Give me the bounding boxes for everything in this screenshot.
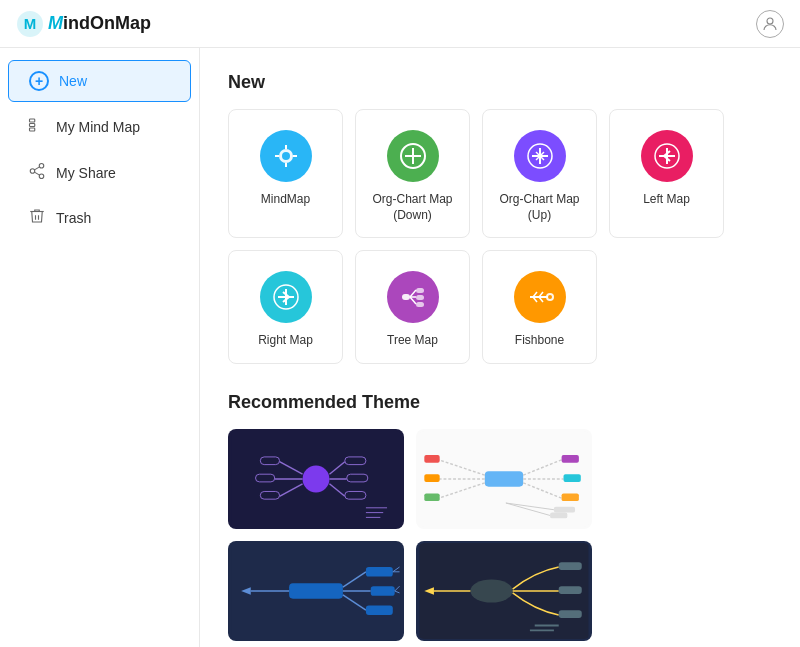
svg-rect-97 bbox=[559, 610, 582, 618]
svg-rect-78 bbox=[554, 507, 575, 513]
fishbone-icon bbox=[525, 282, 555, 312]
svg-rect-31 bbox=[402, 294, 410, 300]
trash-icon bbox=[28, 207, 46, 228]
svg-rect-88 bbox=[366, 605, 393, 615]
logo-text: MindOnMap bbox=[48, 13, 151, 34]
map-card-tree-map[interactable]: Tree Map bbox=[355, 250, 470, 364]
map-card-org-chart-up[interactable]: Org-Chart Map (Up) bbox=[482, 109, 597, 238]
sidebar-item-new[interactable]: + New bbox=[8, 60, 191, 102]
svg-rect-75 bbox=[562, 493, 579, 501]
map-card-left-map[interactable]: Left Map bbox=[609, 109, 724, 238]
right-map-label: Right Map bbox=[258, 333, 313, 349]
theme-card-1[interactable] bbox=[228, 429, 404, 529]
sidebar-my-mind-map-label: My Mind Map bbox=[56, 119, 140, 135]
theme-2-preview bbox=[418, 431, 590, 527]
org-chart-down-icon bbox=[398, 141, 428, 171]
sidebar-trash-label: Trash bbox=[56, 210, 91, 226]
sidebar: + New My Mind Map My Share Trash bbox=[0, 48, 200, 647]
new-icon: + bbox=[29, 71, 49, 91]
sidebar-my-share-label: My Share bbox=[56, 165, 116, 181]
org-chart-down-label: Org-Chart Map (Down) bbox=[366, 192, 459, 223]
svg-point-46 bbox=[303, 465, 330, 492]
svg-line-37 bbox=[410, 297, 416, 304]
tree-map-icon bbox=[398, 282, 428, 312]
svg-point-7 bbox=[30, 169, 35, 174]
my-share-icon bbox=[28, 162, 46, 183]
svg-rect-34 bbox=[416, 302, 424, 307]
svg-rect-74 bbox=[564, 474, 581, 482]
theme-4-preview bbox=[418, 543, 590, 639]
map-card-mindmap[interactable]: MindMap bbox=[228, 109, 343, 238]
theme-1-preview bbox=[230, 431, 402, 527]
map-card-org-chart-down[interactable]: Org-Chart Map (Down) bbox=[355, 109, 470, 238]
svg-point-8 bbox=[39, 174, 44, 179]
main-layout: + New My Mind Map My Share Trash New bbox=[0, 48, 800, 647]
svg-line-35 bbox=[410, 290, 416, 297]
svg-rect-67 bbox=[424, 455, 439, 463]
svg-rect-32 bbox=[416, 288, 424, 293]
svg-line-9 bbox=[34, 172, 39, 175]
svg-rect-95 bbox=[559, 562, 582, 570]
sidebar-new-label: New bbox=[59, 73, 87, 89]
svg-rect-96 bbox=[559, 586, 582, 594]
logo-icon: M bbox=[16, 10, 44, 38]
mindmap-icon bbox=[271, 141, 301, 171]
header: M MindOnMap bbox=[0, 0, 800, 48]
svg-rect-81 bbox=[289, 583, 343, 598]
theme-grid bbox=[228, 429, 772, 647]
org-chart-up-icon-bg bbox=[514, 130, 566, 182]
sidebar-item-trash[interactable]: Trash bbox=[8, 197, 191, 238]
svg-rect-79 bbox=[550, 512, 567, 518]
theme-card-2[interactable] bbox=[416, 429, 592, 529]
right-map-icon bbox=[271, 282, 301, 312]
user-icon bbox=[761, 15, 779, 33]
svg-point-94 bbox=[470, 579, 512, 602]
org-chart-up-label: Org-Chart Map (Up) bbox=[493, 192, 586, 223]
left-map-label: Left Map bbox=[643, 192, 690, 208]
mindmap-label: MindMap bbox=[261, 192, 310, 208]
right-map-icon-bg bbox=[260, 271, 312, 323]
svg-rect-73 bbox=[562, 455, 579, 463]
svg-rect-68 bbox=[424, 474, 439, 482]
svg-point-12 bbox=[282, 152, 290, 160]
svg-rect-86 bbox=[366, 567, 393, 577]
theme-section-title: Recommended Theme bbox=[228, 392, 772, 413]
svg-rect-69 bbox=[424, 493, 439, 501]
user-avatar-button[interactable] bbox=[756, 10, 784, 38]
left-map-icon bbox=[652, 141, 682, 171]
theme-3-preview bbox=[230, 543, 402, 639]
svg-line-10 bbox=[34, 167, 39, 170]
svg-rect-33 bbox=[416, 295, 424, 300]
svg-rect-63 bbox=[485, 471, 523, 486]
svg-rect-87 bbox=[371, 586, 395, 596]
tree-map-label: Tree Map bbox=[387, 333, 438, 349]
org-chart-up-icon bbox=[525, 141, 555, 171]
theme-card-3[interactable] bbox=[228, 541, 404, 641]
svg-point-2 bbox=[767, 18, 773, 24]
svg-rect-5 bbox=[30, 128, 35, 131]
sidebar-item-my-share[interactable]: My Share bbox=[8, 152, 191, 193]
main-content: New MindMap bbox=[200, 48, 800, 647]
tree-map-icon-bg bbox=[387, 271, 439, 323]
svg-point-6 bbox=[39, 164, 44, 169]
map-card-right-map[interactable]: Right Map bbox=[228, 250, 343, 364]
svg-point-44 bbox=[548, 295, 552, 299]
fishbone-label: Fishbone bbox=[515, 333, 564, 349]
map-type-grid: MindMap Org-Chart Map (Down) bbox=[228, 109, 772, 364]
left-map-icon-bg bbox=[641, 130, 693, 182]
my-mind-map-icon bbox=[28, 116, 46, 138]
theme-card-4[interactable] bbox=[416, 541, 592, 641]
fishbone-icon-bg bbox=[514, 271, 566, 323]
logo: M MindOnMap bbox=[16, 10, 151, 38]
new-section-title: New bbox=[228, 72, 772, 93]
org-chart-down-icon-bg bbox=[387, 130, 439, 182]
sidebar-item-my-mind-map[interactable]: My Mind Map bbox=[8, 106, 191, 148]
svg-text:M: M bbox=[24, 15, 37, 32]
svg-rect-3 bbox=[30, 119, 35, 122]
svg-rect-4 bbox=[30, 124, 35, 127]
map-card-fishbone[interactable]: Fishbone bbox=[482, 250, 597, 364]
mindmap-icon-bg bbox=[260, 130, 312, 182]
